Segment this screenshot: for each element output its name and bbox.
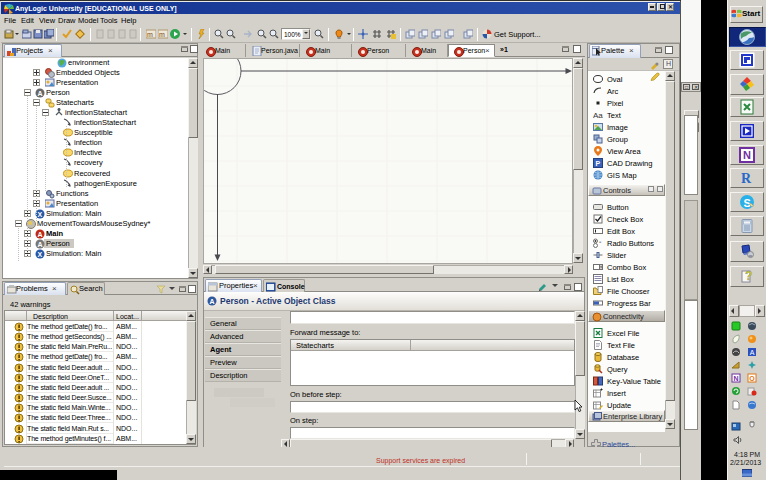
svg-text:Aa: Aa <box>593 111 603 120</box>
svg-text:A: A <box>38 241 43 248</box>
svg-text:R: R <box>741 171 752 186</box>
svg-text:X: X <box>37 211 42 218</box>
svg-text:O: O <box>749 375 755 382</box>
svg-text:S: S <box>744 197 751 209</box>
svg-text:m: m <box>147 31 153 38</box>
svg-text:N: N <box>743 149 751 161</box>
svg-text:m: m <box>159 31 165 38</box>
svg-text:A: A <box>38 90 43 97</box>
svg-text:?: ? <box>745 269 752 283</box>
svg-text:=: = <box>599 239 602 244</box>
svg-text:w: w <box>749 253 752 258</box>
svg-text:N: N <box>733 375 738 382</box>
svg-text:A: A <box>38 231 43 238</box>
svg-text:A: A <box>750 349 755 356</box>
svg-text:A: A <box>209 298 214 305</box>
svg-text:P: P <box>596 160 601 167</box>
svg-text:X: X <box>37 251 42 258</box>
